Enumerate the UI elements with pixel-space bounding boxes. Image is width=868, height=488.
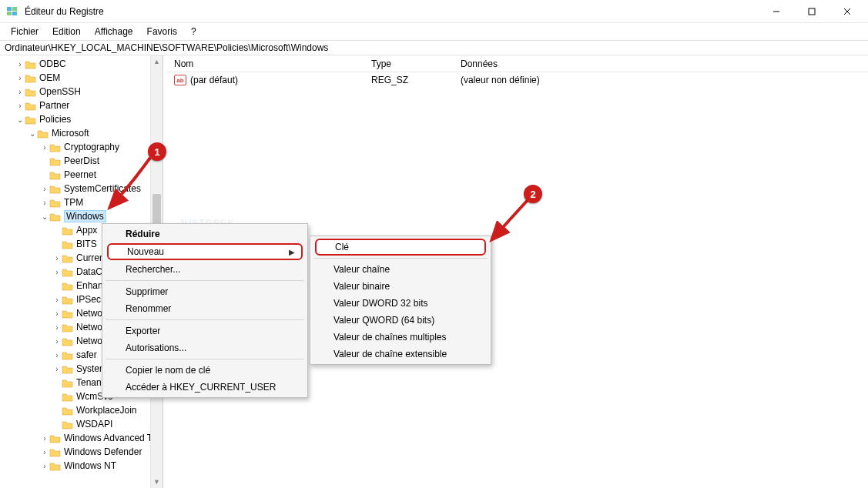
scroll-up-icon[interactable]: ▲ bbox=[151, 55, 163, 68]
tree-item-windows-nt[interactable]: ›Windows NT bbox=[0, 459, 163, 473]
tree-item-openssh[interactable]: ›OpenSSH bbox=[0, 85, 163, 99]
column-name[interactable]: Nom bbox=[168, 57, 365, 71]
minimize-button[interactable] bbox=[759, 0, 794, 23]
menu-separator bbox=[313, 258, 488, 259]
list-header: Nom Type Données bbox=[168, 55, 868, 72]
context-menu: Réduire Nouveau▶ Rechercher... Supprimer… bbox=[102, 223, 308, 398]
menu-favorites[interactable]: Favoris bbox=[141, 25, 183, 38]
tree-item-policies[interactable]: ⌄Policies bbox=[0, 112, 163, 126]
tree-item-cryptography[interactable]: ›Cryptography bbox=[0, 140, 163, 154]
tree-item-wsdapi[interactable]: WSDAPI bbox=[0, 417, 163, 431]
menu-new-expandstring[interactable]: Valeur de chaîne extensible bbox=[312, 346, 489, 363]
svg-rect-5 bbox=[809, 8, 815, 15]
column-type[interactable]: Type bbox=[365, 57, 454, 71]
menu-view[interactable]: Affichage bbox=[89, 25, 139, 38]
menu-permissions[interactable]: Autorisations... bbox=[104, 339, 306, 356]
menu-separator bbox=[106, 280, 304, 281]
chevron-down-icon[interactable]: ⌄ bbox=[28, 129, 37, 138]
annotation-marker-2: 2 bbox=[524, 185, 542, 203]
annotation-marker-1: 1 bbox=[148, 142, 166, 161]
menu-find[interactable]: Rechercher... bbox=[104, 261, 306, 278]
value-name: (par défaut) bbox=[190, 75, 238, 85]
value-type: REG_SZ bbox=[365, 74, 454, 86]
tree-item-windows[interactable]: ⌄Windows bbox=[0, 209, 163, 223]
chevron-down-icon[interactable]: ⌄ bbox=[15, 115, 25, 124]
svg-rect-0 bbox=[7, 7, 12, 11]
menu-new-key[interactable]: Clé bbox=[315, 239, 486, 256]
tree-item-peerdist[interactable]: PeerDist bbox=[0, 154, 163, 168]
tree-item-workplacejoin[interactable]: WorkplaceJoin bbox=[0, 403, 163, 417]
menu-copy-key-name[interactable]: Copier le nom de clé bbox=[104, 362, 306, 379]
address-bar[interactable]: Ordinateur\HKEY_LOCAL_MACHINE\SOFTWARE\P… bbox=[0, 40, 868, 55]
svg-rect-2 bbox=[7, 12, 12, 15]
window-title: Éditeur du Registre bbox=[25, 6, 759, 17]
value-data: (valeur non définie) bbox=[454, 74, 868, 86]
tree-item-microsoft[interactable]: ⌄Microsoft bbox=[0, 126, 163, 140]
string-value-icon: ab bbox=[174, 75, 186, 85]
menu-help[interactable]: ? bbox=[185, 25, 203, 38]
close-button[interactable] bbox=[829, 0, 865, 23]
app-icon bbox=[6, 5, 18, 18]
menu-new-binary[interactable]: Valeur binaire bbox=[312, 278, 489, 295]
column-data[interactable]: Données bbox=[454, 57, 868, 71]
menu-goto-hkcu[interactable]: Accéder à HKEY_CURRENT_USER bbox=[104, 379, 306, 396]
svg-rect-3 bbox=[12, 12, 17, 15]
menu-new-qword[interactable]: Valeur QWORD (64 bits) bbox=[312, 312, 489, 329]
menu-nouveau[interactable]: Nouveau▶ bbox=[107, 243, 303, 260]
menubar: Fichier Edition Affichage Favoris ? bbox=[0, 23, 868, 40]
menu-separator bbox=[106, 359, 304, 359]
titlebar: Éditeur du Registre bbox=[0, 0, 868, 23]
tree-item-partner[interactable]: ›Partner bbox=[0, 99, 163, 112]
menu-separator bbox=[106, 319, 304, 320]
maximize-button[interactable] bbox=[794, 0, 829, 23]
menu-rename[interactable]: Renommer bbox=[104, 300, 306, 317]
menu-delete[interactable]: Supprimer bbox=[104, 283, 306, 300]
submenu-new: Clé Valeur chaîne Valeur binaire Valeur … bbox=[310, 236, 491, 365]
svg-rect-1 bbox=[12, 7, 17, 11]
menu-new-string[interactable]: Valeur chaîne bbox=[312, 261, 489, 278]
menu-file[interactable]: Fichier bbox=[5, 25, 45, 38]
menu-edit[interactable]: Edition bbox=[46, 25, 87, 38]
menu-export[interactable]: Exporter bbox=[104, 323, 306, 339]
menu-new-multistring[interactable]: Valeur de chaînes multiples bbox=[312, 329, 489, 346]
menu-reduce[interactable]: Réduire bbox=[104, 226, 306, 242]
tree-item-tpm[interactable]: ›TPM bbox=[0, 196, 163, 209]
chevron-down-icon[interactable]: ⌄ bbox=[40, 212, 49, 221]
menu-new-dword[interactable]: Valeur DWORD 32 bits bbox=[312, 295, 489, 312]
tree-item-windows-defender[interactable]: ›Windows Defender bbox=[0, 445, 163, 459]
value-row-default[interactable]: ab(par défaut) REG_SZ (valeur non défini… bbox=[168, 72, 868, 88]
tree-item-odbc[interactable]: ›ODBC bbox=[0, 57, 163, 71]
tree-item-peernet[interactable]: Peernet bbox=[0, 168, 163, 182]
scroll-down-icon[interactable]: ▼ bbox=[151, 476, 163, 488]
submenu-arrow-icon: ▶ bbox=[289, 248, 295, 256]
tree-item-systemcertificates[interactable]: ›SystemCertificates bbox=[0, 182, 163, 196]
tree-item-oem[interactable]: ›OEM bbox=[0, 71, 163, 85]
tree-item-windows-advanced[interactable]: ›Windows Advanced T bbox=[0, 431, 163, 445]
